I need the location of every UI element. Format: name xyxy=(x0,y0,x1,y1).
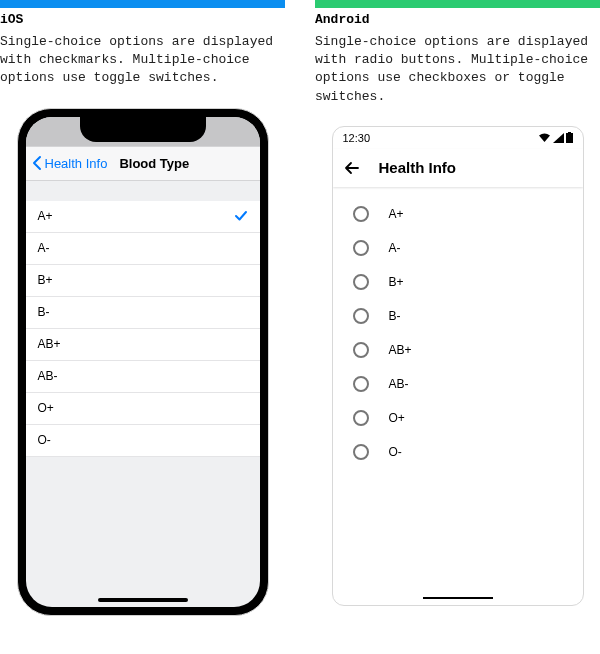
option-label: AB+ xyxy=(38,337,61,351)
ios-description: Single-choice options are displayed with… xyxy=(0,33,285,88)
radio-button[interactable] xyxy=(353,308,369,324)
status-icons xyxy=(538,132,573,143)
option-label: O- xyxy=(38,433,51,447)
radio-button[interactable] xyxy=(353,240,369,256)
option-label: A+ xyxy=(389,207,404,221)
back-button[interactable]: Health Info xyxy=(30,155,108,171)
ios-screen: Health Info Blood Type A+A-B+B-AB+AB-O+O… xyxy=(26,117,260,607)
android-app-bar: Health Info xyxy=(333,149,583,187)
list-item[interactable]: B+ xyxy=(26,265,260,297)
back-label: Health Info xyxy=(45,156,108,171)
option-label: A- xyxy=(38,241,50,255)
radio-button[interactable] xyxy=(353,274,369,290)
option-label: AB- xyxy=(389,377,409,391)
home-indicator[interactable] xyxy=(98,598,188,602)
option-label: O+ xyxy=(389,411,405,425)
option-label: B- xyxy=(389,309,401,323)
list-item[interactable]: AB+ xyxy=(333,333,583,367)
option-label: O- xyxy=(389,445,402,459)
svg-rect-1 xyxy=(568,132,571,133)
option-label: A- xyxy=(389,241,401,255)
android-column: Android Single-choice options are displa… xyxy=(315,0,600,616)
page-title: Health Info xyxy=(379,159,457,176)
ios-label: iOS xyxy=(0,12,285,27)
list-item[interactable]: A+ xyxy=(333,197,583,231)
list-item[interactable]: A+ xyxy=(26,201,260,233)
signal-icon xyxy=(553,133,564,143)
status-time: 12:30 xyxy=(343,132,371,144)
list-item[interactable]: AB- xyxy=(333,367,583,401)
battery-icon xyxy=(566,132,573,143)
ios-device-frame: Health Info Blood Type A+A-B+B-AB+AB-O+O… xyxy=(17,108,269,616)
option-label: AB+ xyxy=(389,343,412,357)
android-options-list: A+A-B+B-AB+AB-O+O- xyxy=(333,187,583,479)
ios-accent-bar xyxy=(0,0,285,8)
radio-button[interactable] xyxy=(353,342,369,358)
radio-button[interactable] xyxy=(353,376,369,392)
list-item[interactable]: AB- xyxy=(26,361,260,393)
option-label: A+ xyxy=(38,209,53,223)
option-label: B+ xyxy=(389,275,404,289)
android-device-frame: 12:30 Health Info A+A-B+B-AB+AB-O+O- xyxy=(332,126,584,606)
list-item[interactable]: B+ xyxy=(333,265,583,299)
list-item[interactable]: O+ xyxy=(26,393,260,425)
option-label: B+ xyxy=(38,273,53,287)
svg-rect-0 xyxy=(566,133,573,143)
option-label: B- xyxy=(38,305,50,319)
android-accent-bar xyxy=(315,0,600,8)
option-label: AB- xyxy=(38,369,58,383)
radio-button[interactable] xyxy=(353,410,369,426)
radio-button[interactable] xyxy=(353,444,369,460)
page-title: Blood Type xyxy=(107,156,255,171)
list-item[interactable]: B- xyxy=(26,297,260,329)
android-description: Single-choice options are displayed with… xyxy=(315,33,600,106)
list-item[interactable]: A- xyxy=(333,231,583,265)
back-arrow-icon[interactable] xyxy=(343,159,361,177)
radio-button[interactable] xyxy=(353,206,369,222)
list-item[interactable]: O+ xyxy=(333,401,583,435)
android-label: Android xyxy=(315,12,600,27)
ios-navigation-bar: Health Info Blood Type xyxy=(26,147,260,181)
ios-column: iOS Single-choice options are displayed … xyxy=(0,0,285,616)
checkmark-icon xyxy=(234,210,248,222)
android-status-bar: 12:30 xyxy=(333,127,583,149)
wifi-icon xyxy=(538,133,551,143)
list-item[interactable]: B- xyxy=(333,299,583,333)
list-item[interactable]: A- xyxy=(26,233,260,265)
option-label: O+ xyxy=(38,401,54,415)
list-item[interactable]: O- xyxy=(26,425,260,457)
ios-notch xyxy=(80,117,206,142)
ios-options-list: A+A-B+B-AB+AB-O+O- xyxy=(26,201,260,457)
list-item[interactable]: O- xyxy=(333,435,583,469)
list-item[interactable]: AB+ xyxy=(26,329,260,361)
chevron-left-icon xyxy=(30,155,44,171)
gesture-nav-bar[interactable] xyxy=(423,597,493,599)
